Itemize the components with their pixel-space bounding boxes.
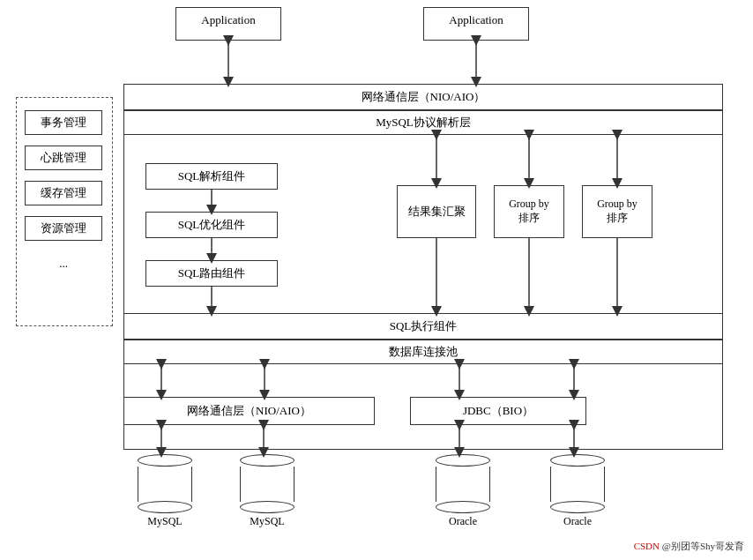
diagram-container: Application Application 事务管理 心跳管理 缓存管理 资… xyxy=(0,0,753,560)
db-mysql-1: MySQL xyxy=(134,454,196,528)
sidebar-item-resource: 资源管理 xyxy=(25,216,102,241)
watermark: CSDN @别团等Shy哥发育 xyxy=(634,540,744,553)
sql-route-comp: SQL路由组件 xyxy=(145,260,278,287)
jdbc-layer: JDBC（BIO） xyxy=(410,397,586,425)
sql-parse-comp: SQL解析组件 xyxy=(145,163,278,190)
watermark-csdn: CSDN xyxy=(634,541,660,551)
network-layer-top: 网络通信层（NIO/AIO） xyxy=(123,84,723,110)
app-box-2: Application xyxy=(423,7,529,41)
sidebar-item-transaction: 事务管理 xyxy=(25,110,102,135)
db-mysql-1-label: MySQL xyxy=(147,515,182,528)
sql-optimize-comp: SQL优化组件 xyxy=(145,212,278,238)
db-pool-layer: 数据库连接池 xyxy=(123,340,723,364)
sidebar-item-more: ... xyxy=(25,251,102,276)
result-merge-comp: 结果集汇聚 xyxy=(397,185,476,238)
app-box-1: Application xyxy=(175,7,281,41)
group-sort-2-comp: Group by 排序 xyxy=(582,185,652,238)
group-sort-1-comp: Group by 排序 xyxy=(494,185,564,238)
db-mysql-2-label: MySQL xyxy=(250,515,284,528)
db-oracle-1: Oracle xyxy=(432,454,494,528)
network-layer-bottom: 网络通信层（NIO/AIO） xyxy=(123,397,375,425)
db-mysql-2: MySQL xyxy=(236,454,298,528)
sidebar-item-heartbeat: 心跳管理 xyxy=(25,146,102,170)
sidebar-item-cache: 缓存管理 xyxy=(25,181,102,205)
db-oracle-1-label: Oracle xyxy=(449,515,477,528)
mysql-protocol-layer: MySQL协议解析层 xyxy=(123,110,723,135)
watermark-author: @别团等Shy哥发育 xyxy=(662,541,744,551)
db-oracle-2: Oracle xyxy=(547,454,608,528)
db-oracle-2-label: Oracle xyxy=(563,515,592,528)
sql-exec-layer: SQL执行组件 xyxy=(123,313,723,340)
